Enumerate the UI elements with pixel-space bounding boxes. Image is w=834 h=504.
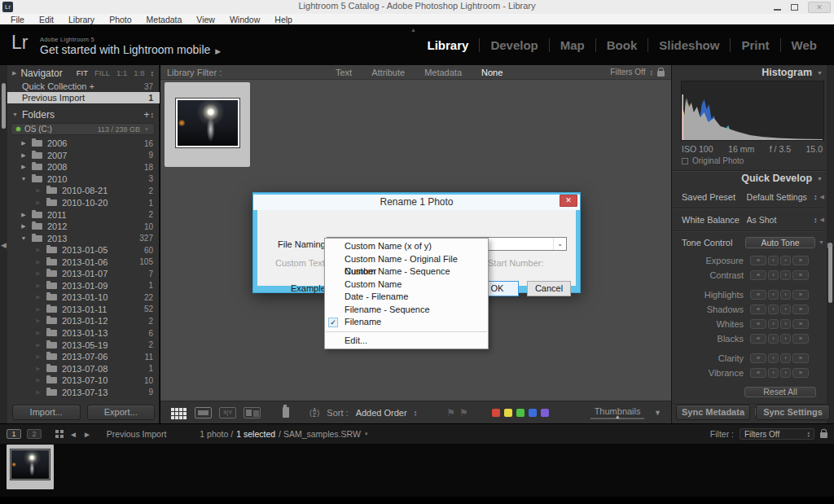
sync-settings-button[interactable]: Sync Settings: [756, 405, 830, 420]
module-book[interactable]: Book: [595, 38, 648, 52]
folders-expander-icon[interactable]: ▼: [12, 112, 18, 117]
nav-ratio[interactable]: 1:8: [134, 68, 144, 77]
folder-row[interactable]: 20079: [7, 150, 160, 162]
quick-develop-header[interactable]: Quick Develop ▼: [672, 171, 834, 186]
filmstrip-source[interactable]: Previous Import: [107, 429, 167, 439]
color-label-blue[interactable]: [529, 409, 537, 417]
menu-metadata[interactable]: Metadata: [139, 15, 190, 24]
folder-row[interactable]: 2013-01-06105: [7, 256, 160, 268]
filter-text[interactable]: Text: [336, 68, 352, 77]
folder-row[interactable]: 2013-01-1152: [7, 304, 160, 316]
filmstrip-filter-selector-icon[interactable]: [807, 431, 810, 437]
filmstrip-cell-selected[interactable]: [7, 445, 54, 489]
histogram-graph[interactable]: [681, 81, 824, 141]
folder-row[interactable]: 2013-01-077: [7, 268, 160, 280]
add-folder-button[interactable]: +: [143, 109, 153, 121]
menu-file[interactable]: File: [3, 15, 32, 24]
toolbar-options-icon[interactable]: ▼: [654, 409, 661, 417]
folder-row[interactable]: 20103: [7, 173, 160, 186]
vibrance-plus-large[interactable]: [792, 368, 809, 378]
flag-reject-icon[interactable]: ⚑: [459, 407, 468, 419]
filmstrip-filter-lock-icon[interactable]: [820, 432, 827, 438]
nav-fill[interactable]: FILL: [94, 68, 110, 77]
expander-icon[interactable]: [19, 235, 29, 241]
menu-item[interactable]: Custom Name: [325, 278, 488, 291]
sort-value[interactable]: Added Order: [356, 408, 407, 418]
reset-all-button[interactable]: Reset All: [744, 387, 816, 397]
minimize-icon[interactable]: [774, 9, 781, 11]
folder-row[interactable]: 2013-05-192: [7, 339, 160, 351]
highlights-plus[interactable]: [780, 290, 791, 300]
menu-item-edit[interactable]: Edit...: [325, 335, 488, 348]
catalog-item-quick-collection[interactable]: Quick Collection + 37: [7, 81, 160, 92]
vibrance-minus[interactable]: [768, 368, 779, 378]
contrast-minus-large[interactable]: [750, 270, 766, 280]
highlights-minus[interactable]: [768, 290, 779, 300]
left-scrollbar-thumb[interactable]: [2, 83, 6, 129]
nav-1to1[interactable]: 1:1: [116, 68, 127, 77]
menu-window[interactable]: Window: [222, 15, 267, 24]
nav-ratio-selector-icon[interactable]: [151, 70, 153, 77]
module-print[interactable]: Print: [730, 38, 779, 52]
whites-plus-large[interactable]: [792, 319, 809, 329]
folder-row[interactable]: 2013-01-1022: [7, 291, 160, 304]
right-scrollbar-thumb[interactable]: [828, 243, 832, 303]
folder-row[interactable]: 200818: [7, 161, 160, 173]
tone-collapse-icon[interactable]: ▼: [819, 239, 824, 245]
catalog-item-previous-import[interactable]: Previous Import 1: [7, 92, 160, 103]
close-icon[interactable]: ✕: [808, 2, 831, 13]
go-forward-icon[interactable]: ►: [83, 430, 91, 439]
expander-icon[interactable]: [19, 212, 29, 218]
folder-row[interactable]: 2013-07-1010: [7, 375, 160, 387]
color-label-green[interactable]: [516, 409, 525, 417]
module-library[interactable]: Library: [417, 38, 480, 52]
blacks-minus-large[interactable]: [750, 334, 766, 344]
folder-row[interactable]: 2013-01-091: [7, 280, 160, 292]
color-label-purple[interactable]: [541, 409, 549, 417]
white-balance-selector-icon[interactable]: [814, 217, 817, 223]
sync-metadata-button[interactable]: Sync Metadata: [676, 405, 750, 420]
color-label-red[interactable]: [492, 409, 500, 417]
navigator-header[interactable]: ▶ Navigator FIT FILL 1:1 1:8: [7, 65, 160, 81]
filmstrip-filter-selector[interactable]: Filters Off: [740, 428, 814, 440]
contrast-plus-large[interactable]: [792, 270, 809, 280]
saved-preset-selector[interactable]: Default Settings: [747, 192, 817, 202]
volume-collapse-icon[interactable]: ▼: [144, 127, 149, 132]
whites-plus[interactable]: [780, 319, 791, 329]
vibrance-minus-large[interactable]: [750, 368, 766, 378]
filters-selector-icon[interactable]: [650, 69, 652, 76]
filter-lock-icon[interactable]: [657, 71, 665, 77]
menu-item[interactable]: Custom Name - Original File Number: [325, 253, 488, 266]
white-balance-switch-icon[interactable]: ◀: [820, 217, 824, 223]
folder-row[interactable]: 20112: [7, 208, 160, 221]
contrast-minus[interactable]: [768, 270, 779, 280]
auto-tone-button[interactable]: Auto Tone: [745, 237, 815, 248]
second-window-button[interactable]: 2: [27, 429, 42, 439]
clarity-plus[interactable]: [780, 353, 791, 363]
menu-photo[interactable]: Photo: [102, 15, 138, 24]
menu-item[interactable]: Custom Name - Sequence: [325, 265, 488, 278]
sort-direction-icon[interactable]: (AZ): [309, 408, 319, 418]
expander-icon[interactable]: [19, 152, 29, 159]
module-map[interactable]: Map: [549, 38, 595, 52]
go-back-icon[interactable]: ◄: [69, 430, 77, 439]
clarity-minus[interactable]: [768, 353, 779, 363]
exposure-minus-large[interactable]: [750, 256, 766, 265]
blacks-plus-large[interactable]: [792, 334, 809, 344]
filter-metadata[interactable]: Metadata: [424, 68, 462, 77]
menu-help[interactable]: Help: [267, 15, 300, 24]
histogram-collapse-icon[interactable]: ▼: [817, 70, 823, 76]
photo-thumbnail-moon[interactable]: [176, 99, 239, 147]
histogram-header[interactable]: Histogram ▼: [672, 65, 834, 80]
shadows-plus[interactable]: [780, 305, 791, 314]
exposure-plus[interactable]: [780, 256, 791, 265]
menu-item[interactable]: Date - Filename: [325, 291, 488, 304]
shadows-minus-large[interactable]: [750, 305, 766, 314]
color-label-yellow[interactable]: [504, 409, 512, 417]
expander-icon[interactable]: [19, 164, 29, 170]
folder-row[interactable]: 2013-01-136: [7, 327, 160, 340]
import-button[interactable]: Import...: [12, 405, 81, 420]
menu-item[interactable]: Filename - Sequence: [325, 304, 488, 317]
filmstrip-status[interactable]: 1 photo / 1 selected / SAM_samples.SRW ▼: [200, 429, 368, 439]
quick-develop-collapse-icon[interactable]: ▼: [817, 176, 823, 182]
